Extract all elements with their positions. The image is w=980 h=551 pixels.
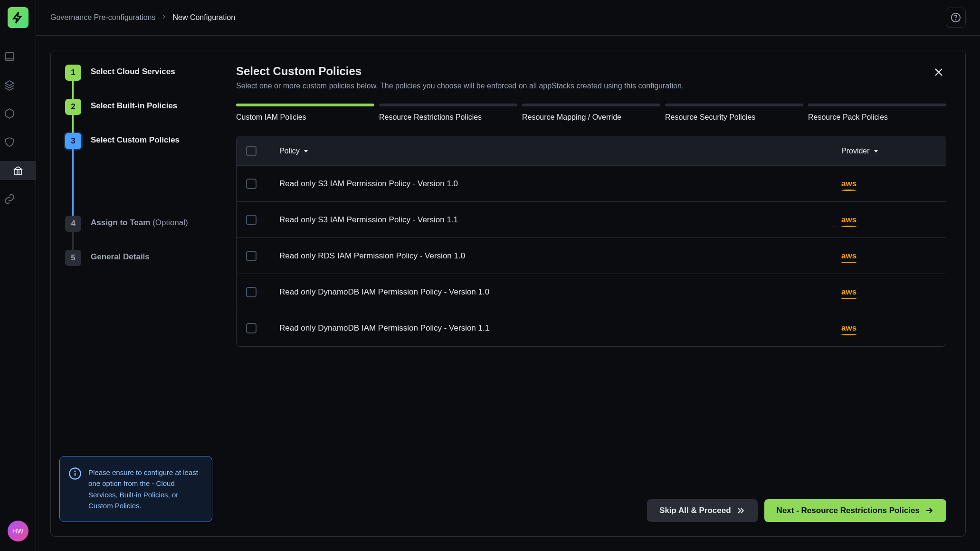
table-header: Policy Provider	[237, 136, 946, 166]
policy-name: Read only S3 IAM Permission Policy - Ver…	[267, 215, 841, 225]
tab-label: Custom IAM Policies	[236, 113, 374, 122]
row-checkbox[interactable]	[246, 287, 257, 297]
footer-actions: Skip All & Proceed Next - Resource Restr…	[236, 490, 946, 522]
tab-custom-iam[interactable]: Custom IAM Policies	[236, 104, 374, 122]
provider-badge: aws	[841, 287, 936, 297]
step-number: 1	[65, 65, 81, 81]
close-icon	[932, 66, 945, 79]
step-label: Select Built-in Policies	[91, 99, 177, 111]
step-3[interactable]: 3 Select Custom Policies	[65, 133, 217, 149]
table-row[interactable]: Read only S3 IAM Permission Policy - Ver…	[237, 166, 946, 202]
step-connector	[72, 232, 74, 250]
tab-resource-security[interactable]: Resource Security Policies	[665, 104, 803, 122]
avatar[interactable]: HW	[8, 521, 29, 542]
next-button[interactable]: Next - Resource Restrictions Policies	[764, 499, 946, 522]
step-connector	[72, 81, 74, 99]
step-4[interactable]: 4 Assign to Team (Optional)	[65, 216, 217, 232]
page-title: Select Custom Policies	[236, 65, 684, 78]
nav-icons	[0, 47, 36, 209]
row-checkbox[interactable]	[246, 251, 257, 261]
tab-bar	[379, 104, 517, 106]
step-connector	[72, 115, 74, 133]
tab-resource-restrictions[interactable]: Resource Restrictions Policies	[379, 104, 517, 122]
tab-label: Resource Mapping / Override	[522, 113, 660, 122]
step-optional: (Optional)	[152, 218, 188, 227]
chevrons-right-icon	[736, 506, 745, 515]
nav-item-governance[interactable]	[0, 161, 36, 180]
tab-label: Resource Security Policies	[665, 113, 803, 122]
table-body: Read only S3 IAM Permission Policy - Ver…	[237, 166, 946, 346]
policy-table: Policy Provider Read only S3 IAM Permiss…	[236, 136, 946, 347]
nav-item-book[interactable]	[0, 47, 19, 66]
book-icon	[4, 51, 15, 62]
tabs: Custom IAM Policies Resource Restriction…	[236, 104, 946, 122]
table-row[interactable]: Read only DynamoDB IAM Permission Policy…	[237, 274, 946, 310]
tab-bar	[808, 104, 946, 106]
shield-icon	[4, 136, 15, 148]
page-subtitle: Select one or more custom policies below…	[236, 82, 684, 90]
row-checkbox[interactable]	[246, 215, 257, 225]
help-icon	[951, 12, 961, 23]
link-icon	[4, 193, 15, 205]
breadcrumb: Governance Pre-configurations New Config…	[50, 13, 235, 22]
topbar: Governance Pre-configurations New Config…	[36, 0, 980, 36]
nav-item-stack[interactable]	[0, 76, 19, 95]
info-banner: Please ensure to configure at least one …	[59, 456, 212, 522]
provider-badge: aws	[841, 215, 936, 225]
policy-name: Read only S3 IAM Permission Policy - Ver…	[267, 179, 841, 189]
column-header-policy[interactable]: Policy	[267, 147, 841, 155]
tab-bar	[665, 104, 803, 106]
column-header-provider[interactable]: Provider	[841, 147, 936, 155]
info-banner-text: Please ensure to configure at least one …	[88, 467, 202, 511]
stack-icon	[4, 79, 15, 91]
content-column: Select Custom Policies Select one or mor…	[231, 50, 965, 536]
stepper: 1 Select Cloud Services 2 Select Built-i…	[65, 65, 217, 266]
step-label: Assign to Team (Optional)	[91, 216, 188, 228]
table-row[interactable]: Read only S3 IAM Permission Policy - Ver…	[237, 202, 946, 238]
tab-bar	[522, 104, 660, 106]
close-button[interactable]	[931, 65, 946, 80]
breadcrumb-parent[interactable]: Governance Pre-configurations	[50, 13, 155, 22]
breadcrumb-current: New Configuration	[172, 13, 235, 22]
nav-item-hexagon[interactable]	[0, 104, 19, 123]
nav-item-shield[interactable]	[0, 133, 19, 152]
main-card: 1 Select Cloud Services 2 Select Built-i…	[50, 50, 966, 537]
stepper-column: 1 Select Cloud Services 2 Select Built-i…	[51, 50, 231, 536]
left-sidebar: HW	[0, 0, 36, 551]
table-row[interactable]: Read only DynamoDB IAM Permission Policy…	[237, 310, 946, 346]
step-number: 2	[65, 99, 81, 115]
logo[interactable]	[8, 7, 29, 28]
provider-badge: aws	[841, 323, 936, 333]
step-label: General Details	[91, 250, 150, 262]
sort-icon	[874, 149, 878, 153]
step-1[interactable]: 1 Select Cloud Services	[65, 65, 217, 81]
select-all-checkbox[interactable]	[246, 146, 257, 156]
tab-resource-mapping[interactable]: Resource Mapping / Override	[522, 104, 660, 122]
tab-label: Resource Restrictions Policies	[379, 113, 517, 122]
tab-label: Resource Pack Policies	[808, 113, 946, 122]
hexagon-icon	[4, 108, 15, 119]
step-2[interactable]: 2 Select Built-in Policies	[65, 99, 217, 115]
help-button[interactable]	[946, 8, 966, 28]
step-number: 4	[65, 216, 81, 232]
skip-button[interactable]: Skip All & Proceed	[647, 499, 758, 522]
step-label: Select Cloud Services	[91, 65, 175, 76]
logo-icon	[11, 11, 25, 24]
info-icon	[68, 467, 82, 480]
tab-bar	[236, 104, 374, 106]
table-row[interactable]: Read only RDS IAM Permission Policy - Ve…	[237, 238, 946, 274]
step-5[interactable]: 5 General Details	[65, 250, 217, 266]
provider-badge: aws	[841, 251, 936, 261]
governance-icon	[12, 165, 24, 176]
tab-resource-pack[interactable]: Resource Pack Policies	[808, 104, 946, 122]
chevron-right-icon	[160, 13, 168, 22]
policy-name: Read only DynamoDB IAM Permission Policy…	[267, 287, 841, 297]
nav-item-link[interactable]	[0, 190, 19, 209]
arrow-right-icon	[924, 506, 934, 515]
step-label: Select Custom Policies	[91, 133, 180, 145]
policy-name: Read only RDS IAM Permission Policy - Ve…	[267, 251, 841, 261]
header-row: Select Custom Policies Select one or mor…	[236, 65, 946, 104]
svg-point-2	[956, 19, 956, 20]
row-checkbox[interactable]	[246, 179, 257, 189]
row-checkbox[interactable]	[246, 323, 257, 333]
